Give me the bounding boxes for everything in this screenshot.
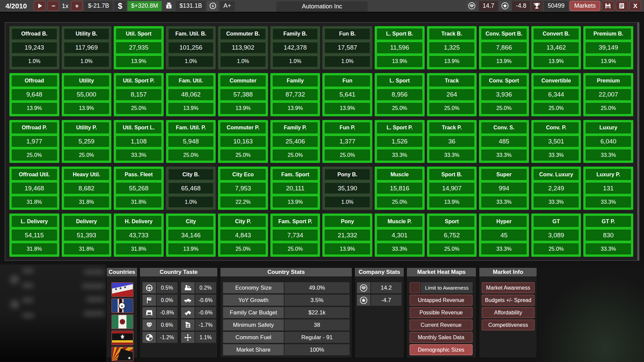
market-tile-family-b[interactable]: Family B.142,3781.0% — [270, 26, 320, 69]
market-tile-muscle-p[interactable]: Muscle P.4,30133.3% — [375, 214, 425, 257]
market-tile-h-delivery[interactable]: H. Delivery43,73331.8% — [114, 214, 164, 257]
country-flag-5-button[interactable] — [111, 347, 133, 361]
country-flag-2-button[interactable] — [111, 298, 133, 313]
market-tile-util-sport[interactable]: Util. Sport27,93513.9% — [114, 26, 164, 69]
market-tile-l-sport-b[interactable]: L. Sport B.11,59613.9% — [375, 26, 425, 69]
market-tile-conv-p[interactable]: Conv. P.3,50133.3% — [531, 120, 581, 163]
tile-market-share: 13.9% — [168, 103, 214, 114]
speed-down-button[interactable]: − — [47, 1, 59, 11]
market-tile-gt-p[interactable]: GT P.83033.3% — [583, 214, 633, 257]
tile-market-share: 1.0% — [325, 196, 370, 207]
limit-to-awareness-checkbox[interactable] — [410, 282, 420, 293]
market-tile-fam-sport[interactable]: Fam. Sport20,11113.9% — [270, 167, 320, 210]
market-tile-city[interactable]: City34,14613.9% — [166, 214, 216, 257]
market-tile-fun[interactable]: Fun5,64113.9% — [322, 73, 372, 116]
market-tile-util-sport-l[interactable]: Util. Sport L.1,10833.3% — [114, 120, 164, 163]
market-tile-l-delivery[interactable]: L. Delivery54,11531.8% — [9, 214, 59, 257]
market-tile-offroad-p[interactable]: Offroad P.1,97725.0% — [9, 120, 59, 163]
markets-button[interactable]: Markets — [570, 1, 600, 11]
tile-demographic-size: 1,325 — [429, 42, 475, 53]
save-button[interactable] — [602, 1, 614, 11]
close-button[interactable]: X — [629, 1, 641, 11]
country-flag-3-button[interactable] — [111, 314, 133, 329]
tile-title: L. Sport P. — [377, 122, 422, 133]
market-tile-convert-b[interactable]: Convert B.13,46213.9% — [531, 26, 581, 69]
market-tile-fam-util-b[interactable]: Fam. Util. B.101,2561.0% — [166, 26, 216, 69]
tile-title: L. Delivery — [12, 216, 57, 227]
tile-demographic-size: 1,108 — [116, 136, 161, 147]
tile-market-share: 25.0% — [273, 243, 318, 254]
market-tile-family[interactable]: Family87,73213.9% — [270, 73, 320, 116]
market-tile-muscle[interactable]: Muscle15,81625.0% — [375, 167, 425, 210]
taste-value: -1.2% — [157, 332, 177, 343]
market-tile-conv-sport-b[interactable]: Conv. Sport B.7,86613.9% — [479, 26, 529, 69]
tile-market-share: 25.0% — [12, 149, 57, 161]
country-flag-1-button[interactable] — [111, 282, 133, 297]
market-tile-fam-util[interactable]: Fam. Util.48,06213.9% — [166, 73, 216, 116]
market-tile-track-p[interactable]: Track P.3633.3% — [427, 120, 477, 163]
market-tile-l-sport[interactable]: L. Sport8,95625.0% — [375, 73, 425, 116]
taste-value: -0.6% — [195, 307, 216, 318]
market-tile-offroad-b[interactable]: Offroad B.19,2431.0% — [9, 26, 59, 69]
market-tile-fun-p[interactable]: Fun P.1,37725.0% — [322, 120, 372, 163]
market-tile-pony-b[interactable]: Pony B.35,1901.0% — [322, 167, 372, 210]
market-tile-family-p[interactable]: Family P.25,40625.0% — [270, 120, 320, 163]
tile-title: GT — [534, 216, 579, 227]
heat-map-button-monthly-sales-data[interactable]: Monthly Sales Data — [410, 332, 473, 343]
market-tile-utility-p[interactable]: Utility P.5,25925.0% — [62, 120, 112, 163]
coin-icon: $ — [207, 1, 218, 11]
market-tile-heavy-util[interactable]: Heavy Util.8,68231.8% — [62, 167, 112, 210]
market-tile-convertible[interactable]: Convertible6,34425.0% — [531, 73, 581, 116]
market-tile-conv-s[interactable]: Conv. S.48533.3% — [479, 120, 529, 163]
market-tile-hyper[interactable]: Hyper4533.3% — [479, 214, 529, 257]
market-tile-utility-b[interactable]: Utility B.117,9691.0% — [62, 26, 112, 69]
tile-demographic-size: 43,733 — [116, 230, 161, 241]
market-tile-conv-sport[interactable]: Conv. Sport3,93625.0% — [479, 73, 529, 116]
tile-market-share: 13.9% — [12, 103, 57, 114]
market-tile-pass-fleet[interactable]: Pass. Fleet55,26831.8% — [114, 167, 164, 210]
market-tile-city-p[interactable]: City P.4,84325.0% — [218, 214, 268, 257]
market-tile-premium-b[interactable]: Premium B.39,14913.9% — [583, 26, 633, 69]
market-tile-fun-b[interactable]: Fun B.17,5871.0% — [322, 26, 372, 69]
market-tile-offroad[interactable]: Offroad9,64813.9% — [9, 73, 59, 116]
market-info-button-market-awareness[interactable]: Market Awareness — [482, 282, 535, 293]
heat-map-button-current-revenue[interactable]: Current Revenue — [410, 319, 473, 330]
market-tile-utility[interactable]: Utility55,00013.9% — [62, 73, 112, 116]
tile-market-share: 13.9% — [377, 56, 422, 67]
play-button[interactable] — [34, 1, 46, 11]
market-tile-l-sport-p[interactable]: L. Sport P.1,52633.3% — [375, 120, 425, 163]
heat-map-button-possible-revenue[interactable]: Possible Revenue — [410, 307, 473, 318]
country-flag-4-button[interactable] — [111, 330, 133, 345]
market-info-button-competitiveness[interactable]: Competitiveness — [482, 319, 535, 330]
market-info-button-affordability[interactable]: Affordability — [482, 307, 535, 318]
market-tile-commuter[interactable]: Commuter57,38813.9% — [218, 73, 268, 116]
market-tile-premium[interactable]: Premium22,00725.0% — [583, 73, 633, 116]
market-tile-luxury[interactable]: Luxury6,04033.3% — [583, 120, 633, 163]
market-tile-commuter-b[interactable]: Commuter B.113,9021.0% — [218, 26, 268, 69]
market-tile-delivery[interactable]: Delivery51,39331.8% — [62, 214, 112, 257]
market-tile-conv-luxury[interactable]: Conv. Luxury2,24933.3% — [531, 167, 581, 210]
market-tile-sport-b[interactable]: Sport B.14,90713.9% — [427, 167, 477, 210]
market-tile-super[interactable]: Super99433.3% — [479, 167, 529, 210]
market-tile-offroad-util[interactable]: Offroad Util.19,46831.8% — [9, 167, 59, 210]
tile-market-share: 33.3% — [534, 196, 579, 207]
market-tile-pony[interactable]: Pony21,33213.9% — [322, 214, 372, 257]
market-tile-util-sport-p[interactable]: Util. Sport P.8,15725.0% — [114, 73, 164, 116]
speed-up-button[interactable]: + — [71, 1, 83, 11]
reports-button[interactable] — [615, 1, 628, 11]
market-tile-fam-util-p[interactable]: Fam. Util. P.5,94825.0% — [166, 120, 216, 163]
heat-map-button-demographic-sizes[interactable]: Demographic Sizes — [410, 344, 473, 355]
market-tile-sport[interactable]: Sport6,75225.0% — [427, 214, 477, 257]
market-tile-track-b[interactable]: Track B.1,32513.9% — [427, 26, 477, 69]
heat-map-button-untapped-revenue[interactable]: Untapped Revenue — [410, 295, 473, 306]
market-tile-track[interactable]: Track26425.0% — [427, 73, 477, 116]
market-tile-city-b[interactable]: City B.65,4681.0% — [166, 167, 216, 210]
tile-market-share: 1.0% — [325, 56, 370, 67]
market-tile-gt[interactable]: GT3,08925.0% — [531, 214, 581, 257]
tile-market-share: 25.0% — [168, 149, 214, 161]
market-tile-luxury-p[interactable]: Luxury P.13133.3% — [583, 167, 633, 210]
market-tile-commuter-p[interactable]: Commuter P.10,16325.0% — [218, 120, 268, 163]
market-info-button-budgets-spread[interactable]: Budgets +/- Spread — [482, 295, 535, 306]
market-tile-city-eco[interactable]: City Eco7,95322.2% — [218, 167, 268, 210]
market-tile-fam-sport-p[interactable]: Fam. Sport P.7,73425.0% — [270, 214, 320, 257]
